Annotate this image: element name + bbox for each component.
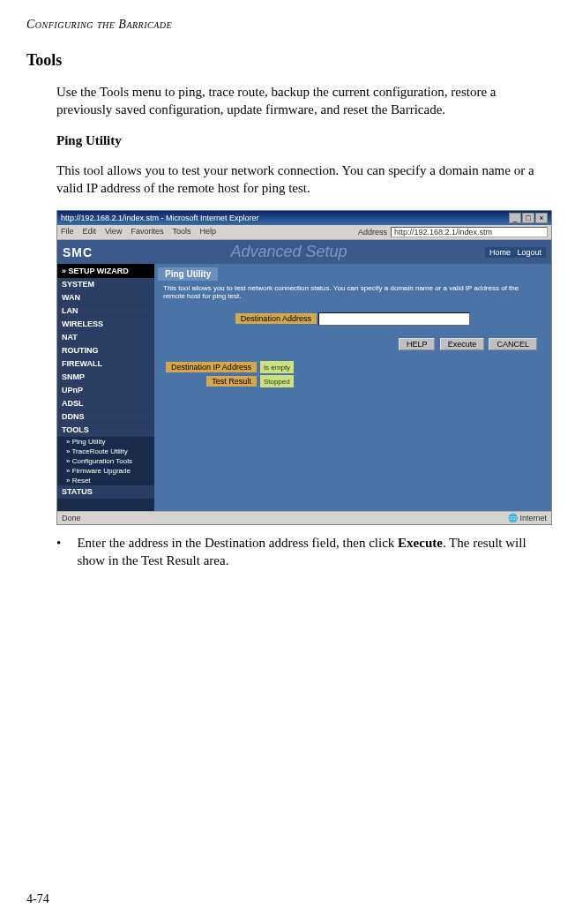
result-table: Destination IP Address Is empty Test Res… xyxy=(163,359,295,389)
help-button[interactable]: HELP xyxy=(399,338,436,350)
internet-icon: 🌐 xyxy=(508,514,518,522)
app-banner: SMC Advanced Setup Home Logout xyxy=(57,240,551,264)
subsection-intro: This tool allows you to test your networ… xyxy=(56,162,545,198)
maximize-icon[interactable]: □ xyxy=(522,213,534,223)
banner-title: Advanced Setup xyxy=(93,243,485,261)
sidebar: » SETUP WIZARD SYSTEM WAN LAN WIRELESS N… xyxy=(57,264,154,511)
running-head: Configuring the Barricade xyxy=(26,18,549,32)
sidebar-item-ddns[interactable]: DDNS xyxy=(57,410,154,424)
menu-view[interactable]: View xyxy=(105,227,122,237)
sidebar-sub-firmware[interactable]: » Firmware Upgrade xyxy=(57,466,154,476)
window-buttons: _□× xyxy=(508,213,548,223)
cancel-button[interactable]: CANCEL xyxy=(489,338,537,350)
bullet-list: • Enter the address in the Destination a… xyxy=(56,534,549,570)
panel-title: Ping Utility xyxy=(158,267,218,281)
sidebar-item-wireless[interactable]: WIRELESS xyxy=(57,318,154,331)
sidebar-sub-ping[interactable]: » Ping Utility xyxy=(57,437,154,447)
sidebar-setup-wizard[interactable]: » SETUP WIZARD xyxy=(57,264,154,278)
sidebar-item-wan[interactable]: WAN xyxy=(57,291,154,304)
result-key-0: Destination IP Address xyxy=(166,362,257,372)
link-home[interactable]: Home xyxy=(489,248,511,257)
result-val-0: Is empty xyxy=(260,361,294,373)
result-key-1: Test Result xyxy=(206,376,257,387)
sidebar-item-nat[interactable]: NAT xyxy=(57,331,154,344)
sidebar-item-routing[interactable]: ROUTING xyxy=(57,344,154,357)
panel-description: This tool allows you to test network con… xyxy=(163,284,542,300)
destination-label: Destination Address xyxy=(235,313,317,324)
sidebar-item-upnp[interactable]: UPnP xyxy=(57,384,154,397)
close-icon[interactable]: × xyxy=(535,213,548,223)
sidebar-item-firewall[interactable]: FIREWALL xyxy=(57,357,154,371)
menu-edit[interactable]: Edit xyxy=(83,227,97,237)
bullet-text-prefix: Enter the address in the Destination add… xyxy=(77,536,398,550)
sidebar-item-snmp[interactable]: SNMP xyxy=(57,371,154,384)
sidebar-sub-reset[interactable]: » Reset xyxy=(57,476,154,485)
link-logout[interactable]: Logout xyxy=(517,248,541,257)
browser-menubar: File Edit View Favorites Tools Help Addr… xyxy=(57,225,551,240)
bullet-text-bold: Execute xyxy=(398,536,443,550)
bullet-mark: • xyxy=(56,534,77,570)
execute-button[interactable]: Execute xyxy=(440,338,485,350)
menu-file[interactable]: File xyxy=(61,227,74,237)
bullet-item: • Enter the address in the Destination a… xyxy=(56,534,549,570)
status-left: Done xyxy=(62,514,81,522)
menu-help[interactable]: Help xyxy=(199,227,216,237)
window-title: http://192.168.2.1/index.stm - Microsoft… xyxy=(61,214,259,222)
minimize-icon[interactable]: _ xyxy=(509,213,521,223)
sidebar-item-system[interactable]: SYSTEM xyxy=(57,278,154,291)
sidebar-sub-config[interactable]: » Configuration Tools xyxy=(57,456,154,466)
sidebar-sub-traceroute[interactable]: » TraceRoute Utility xyxy=(57,447,154,456)
sidebar-item-status[interactable]: STATUS xyxy=(57,485,154,499)
destination-input[interactable] xyxy=(318,312,470,326)
sidebar-item-lan[interactable]: LAN xyxy=(57,304,154,318)
section-intro: Use the Tools menu to ping, trace route,… xyxy=(56,83,545,119)
page-number: 4-74 xyxy=(26,892,49,906)
logo: SMC xyxy=(63,245,93,259)
menu-favorites[interactable]: Favorites xyxy=(131,227,163,237)
section-title: Tools xyxy=(26,51,549,70)
address-input[interactable]: http://192.168.2.1/index.stm xyxy=(391,227,548,237)
subsection-title: Ping Utility xyxy=(56,133,549,148)
sidebar-item-adsl[interactable]: ADSL xyxy=(57,397,154,410)
sidebar-item-tools[interactable]: TOOLS xyxy=(57,424,154,437)
menu-tools[interactable]: Tools xyxy=(172,227,190,237)
status-right: 🌐 Internet xyxy=(508,514,547,522)
browser-statusbar: Done 🌐 Internet xyxy=(57,511,551,524)
window-titlebar: http://192.168.2.1/index.stm - Microsoft… xyxy=(57,211,551,225)
address-label: Address xyxy=(358,228,387,237)
embedded-screenshot: http://192.168.2.1/index.stm - Microsoft… xyxy=(56,210,552,525)
result-val-1: Stopped xyxy=(260,375,294,387)
content-panel: Ping Utility This tool allows you to tes… xyxy=(154,264,551,511)
